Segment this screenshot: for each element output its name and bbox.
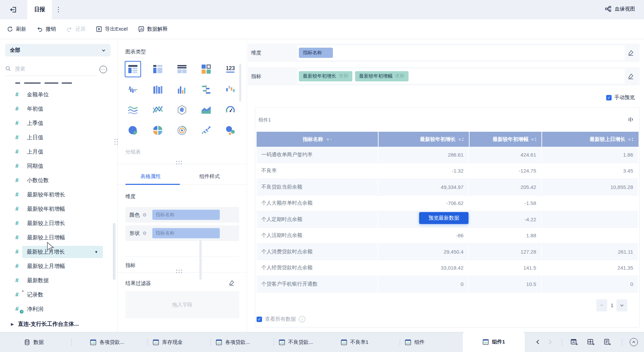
sort-icon[interactable]: ≡▲▼	[628, 137, 634, 142]
lineage-view-button[interactable]: 血缘视图	[605, 5, 635, 12]
field-item[interactable]: #最新较年初增长	[0, 188, 112, 202]
page-down-button[interactable]	[616, 299, 627, 311]
panel-resize-handle[interactable]	[176, 270, 182, 273]
measure-chip[interactable]: 最新较年初增幅 求和	[355, 71, 409, 81]
chart-type-kpi-number[interactable]: 123	[222, 61, 239, 77]
clear-filter-icon[interactable]	[228, 279, 235, 286]
manual-preview-toggle[interactable]: ✓ 手动预览	[606, 94, 635, 101]
table-row[interactable]: 一码通收单商户签约率286.61424.611.86	[257, 147, 639, 163]
view-all-data-toggle[interactable]: ✓ 查看所有数据 i	[257, 316, 305, 322]
field-item[interactable]: #f 净利润	[0, 302, 112, 316]
chart-type-area[interactable]	[198, 102, 214, 118]
gear-icon[interactable]: ⚙	[142, 230, 147, 236]
chart-type-radar[interactable]	[174, 102, 190, 118]
checkbox-checked-icon[interactable]: ✓	[606, 95, 612, 100]
field-item[interactable]: #小数位数	[0, 173, 112, 188]
tab-sheet[interactable]: 库存现金	[153, 332, 183, 352]
search-input[interactable]	[14, 65, 84, 72]
field-item[interactable]: #最新较上月增幅	[0, 259, 112, 273]
chart-type-kpi-blocks[interactable]	[198, 61, 214, 77]
panel-resize-handle[interactable]	[176, 161, 182, 165]
column-header[interactable]: 最新较上日增长 ≡▲▼	[542, 132, 639, 147]
tab-table-properties[interactable]: 表格属性	[140, 173, 161, 180]
chart-type-detail-table[interactable]	[174, 61, 190, 77]
chart-type-grouped-column[interactable]	[125, 81, 141, 98]
sort-asc-icon[interactable]: ≡↑	[326, 137, 332, 142]
chart-type-ring[interactable]	[174, 122, 190, 139]
field-item[interactable]: #* 记录数	[0, 288, 112, 302]
chart-type-bubble[interactable]	[222, 122, 239, 139]
field-item[interactable]: #同期值	[0, 159, 112, 173]
chart-type-range-column[interactable]	[222, 81, 239, 98]
field-item[interactable]: #年初值	[0, 102, 112, 116]
add-note-icon[interactable]	[603, 338, 611, 346]
dimension-chip[interactable]: 指标名称	[299, 48, 333, 58]
measure-shelf-field[interactable]: 最新较年初增长 求和 最新较年初增幅 求和	[297, 69, 625, 84]
measure-chip[interactable]: 最新较年初增长 求和	[299, 71, 352, 81]
sort-icon[interactable]: ≡▲▼	[458, 137, 464, 142]
field-item[interactable]: #上季值	[0, 116, 112, 130]
field-item[interactable]: #最新数据	[0, 273, 112, 288]
clear-shelf-icon[interactable]	[627, 49, 634, 56]
chart-grid-scrollbar[interactable]	[239, 64, 241, 102]
document-tab[interactable]: 日报	[27, 0, 52, 19]
field-item[interactable]: #最新较年初增幅	[0, 202, 112, 216]
clear-shelf-icon[interactable]	[627, 73, 634, 80]
table-row[interactable]: 个贷客户手机银行开通数010.50	[257, 276, 639, 292]
tab-sheet[interactable]: 各项贷款...	[90, 332, 124, 352]
shape-shelf[interactable]: 形状 ⚙ 指标名称	[125, 225, 239, 241]
column-header[interactable]: 指标名称 ≡↑	[257, 132, 378, 147]
field-filter-dropdown[interactable]: 全部	[5, 44, 111, 57]
color-field-chip[interactable]: 指标名称	[152, 210, 220, 220]
undo-button[interactable]: 撤销	[36, 26, 56, 32]
column-header[interactable]: 最新较年初增长 ≡▲▼	[379, 132, 469, 147]
shape-field-chip[interactable]: 指标名称	[152, 228, 220, 238]
table-row[interactable]: 不良贷款当前余额49,334.97205.4210,855.28	[257, 179, 639, 195]
table-row[interactable]: 个人消费贷款时点余额29,450.4127.28261.11	[257, 244, 639, 260]
table-row[interactable]: 不良率-1.32-124.753.45	[257, 163, 639, 179]
sidebar-scrollbar[interactable]	[113, 223, 116, 280]
tab-sheet[interactable]: 组件	[405, 332, 425, 352]
checkbox-checked-icon[interactable]: ✓	[257, 317, 262, 322]
tab-sheet[interactable]: 不良贷款...	[279, 332, 313, 352]
chart-type-multi-series-column[interactable]	[174, 81, 190, 98]
document-menu-button[interactable]: ⋮	[55, 5, 62, 14]
chart-type-horizontal-bar[interactable]	[198, 81, 214, 98]
field-item-hovered[interactable]: # 最新较上月增长 ▼	[0, 245, 112, 259]
column-header[interactable]: 最新较年初增幅 ≡▲▼	[470, 132, 541, 147]
tab-component-style[interactable]: 组件样式	[199, 173, 220, 180]
chart-type-combo-line[interactable]	[150, 102, 166, 118]
tab-sheet[interactable]: 各项贷款...	[216, 332, 250, 352]
field-item[interactable]: #上月值	[0, 145, 112, 159]
redo-button[interactable]: 还原	[66, 26, 86, 32]
field-item[interactable]: #金额单位	[0, 87, 112, 102]
page-up-button[interactable]	[596, 299, 607, 311]
collapse-panel-button[interactable]	[630, 338, 638, 346]
dataset-group-row[interactable]: ▶ 直连-支行长工作台主体...	[0, 317, 112, 331]
search-more-button[interactable]: ···	[99, 66, 107, 73]
chart-bars-icon[interactable]	[628, 116, 634, 123]
chart-type-pie-quad[interactable]	[150, 122, 166, 139]
chart-type-stacked-column[interactable]	[150, 81, 166, 98]
properties-scrollbar[interactable]	[199, 240, 202, 280]
dimension-shelf-field[interactable]: 指标名称	[297, 45, 625, 60]
chart-type-gauge[interactable]	[222, 102, 239, 118]
tabs-scroll-right-icon[interactable]	[547, 339, 553, 345]
tab-sheet-active[interactable]: 组件1	[463, 331, 525, 352]
data-explain-button[interactable]: 数据解释	[138, 26, 168, 32]
field-item[interactable]: #最新较上日增幅	[0, 230, 112, 245]
export-excel-button[interactable]: 导出Excel	[96, 26, 128, 32]
chart-type-pie[interactable]	[125, 122, 141, 139]
chart-type-scatter[interactable]	[198, 122, 214, 139]
preview-latest-data-button[interactable]: 预览最新数据	[419, 212, 469, 224]
table-row[interactable]: 个人经营贷款时点余额33,018.42141.5241.35	[257, 260, 639, 276]
field-item[interactable]: #最新较上日增长	[0, 216, 112, 230]
add-layout-icon[interactable]	[587, 338, 595, 346]
chart-type-grouped-table[interactable]	[125, 61, 141, 77]
table-row[interactable]: 个人活期时点余额-861.88	[257, 228, 639, 244]
field-item[interactable]: #上日值	[0, 130, 112, 145]
back-button[interactable]	[9, 6, 17, 14]
sidebar-resize-handle[interactable]	[114, 139, 118, 145]
color-shelf[interactable]: 颜色 ⚙ 指标名称	[125, 207, 239, 223]
sort-icon[interactable]: ≡▲▼	[531, 137, 537, 142]
